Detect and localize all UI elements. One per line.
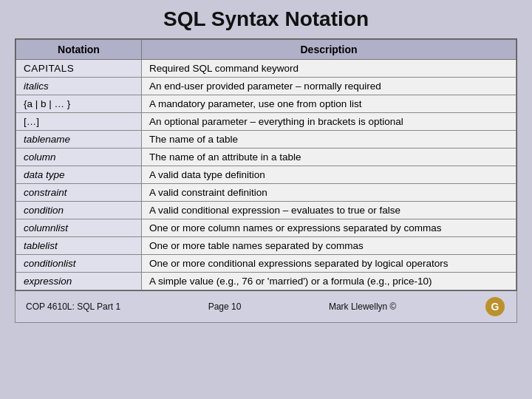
description-cell: The name of an attribute in a table <box>142 149 516 166</box>
table-row: data typeA valid data type definition <box>16 166 516 184</box>
notation-cell: tablename <box>16 131 142 149</box>
description-cell: A valid data type definition <box>142 166 516 184</box>
table-row: […]An optional parameter – everything in… <box>16 113 516 131</box>
footer-center: Page 10 <box>208 301 242 312</box>
table-row: CAPITALSRequired SQL command keyword <box>16 60 516 78</box>
description-cell: One or more column names or expressions … <box>142 219 516 237</box>
notation-cell: columnlist <box>16 219 142 237</box>
table-row: italicsAn end-user provided parameter – … <box>16 78 516 95</box>
description-cell: The name of a table <box>142 131 516 149</box>
description-cell: A valid conditional expression – evaluat… <box>142 202 516 219</box>
footer-right: Mark Llewellyn © <box>329 301 397 312</box>
notation-cell: conditionlist <box>16 255 142 273</box>
notation-cell: CAPITALS <box>16 60 142 78</box>
col-header-notation: Notation <box>16 40 142 60</box>
notation-cell: data type <box>16 166 142 184</box>
table-row: {a | b | … }A mandatory parameter, use o… <box>16 95 516 113</box>
main-table-container: Notation Description CAPITALSRequired SQ… <box>15 38 517 291</box>
table-row: conditionA valid conditional expression … <box>16 202 516 219</box>
footer-left: COP 4610L: SQL Part 1 <box>26 301 120 312</box>
description-cell: A mandatory parameter, use one from opti… <box>142 95 516 113</box>
notation-cell: […] <box>16 113 142 131</box>
table-row: tablelistOne or more table names separat… <box>16 237 516 255</box>
notation-table: Notation Description CAPITALSRequired SQ… <box>16 39 516 290</box>
table-row: expressionA simple value (e.g., 76 or 'm… <box>16 273 516 290</box>
description-cell: A simple value (e.g., 76 or 'married') o… <box>142 273 516 290</box>
notation-cell: italics <box>16 78 142 95</box>
table-row: columnThe name of an attribute in a tabl… <box>16 149 516 166</box>
table-row: columnlistOne or more column names or ex… <box>16 219 516 237</box>
description-cell: A valid constraint definition <box>142 184 516 202</box>
footer: COP 4610L: SQL Part 1 Page 10 Mark Llewe… <box>15 291 517 323</box>
description-cell: Required SQL command keyword <box>142 60 516 78</box>
notation-cell: column <box>16 149 142 166</box>
table-row: conditionlistOne or more conditional exp… <box>16 255 516 273</box>
description-cell: One or more table names separated by com… <box>142 237 516 255</box>
footer-logo: G <box>484 296 506 318</box>
notation-cell: constraint <box>16 184 142 202</box>
table-header-row: Notation Description <box>16 40 516 60</box>
col-header-description: Description <box>142 40 516 60</box>
description-cell: An end-user provided parameter – normall… <box>142 78 516 95</box>
notation-cell: expression <box>16 273 142 290</box>
notation-cell: {a | b | … } <box>16 95 142 113</box>
description-cell: One or more conditional expressions sepa… <box>142 255 516 273</box>
description-cell: An optional parameter – everything in br… <box>142 113 516 131</box>
notation-cell: condition <box>16 202 142 219</box>
notation-cell: tablelist <box>16 237 142 255</box>
page-title: SQL Syntax Notation <box>163 7 369 31</box>
table-row: tablenameThe name of a table <box>16 131 516 149</box>
table-row: constraintA valid constraint definition <box>16 184 516 202</box>
svg-text:G: G <box>491 301 499 313</box>
